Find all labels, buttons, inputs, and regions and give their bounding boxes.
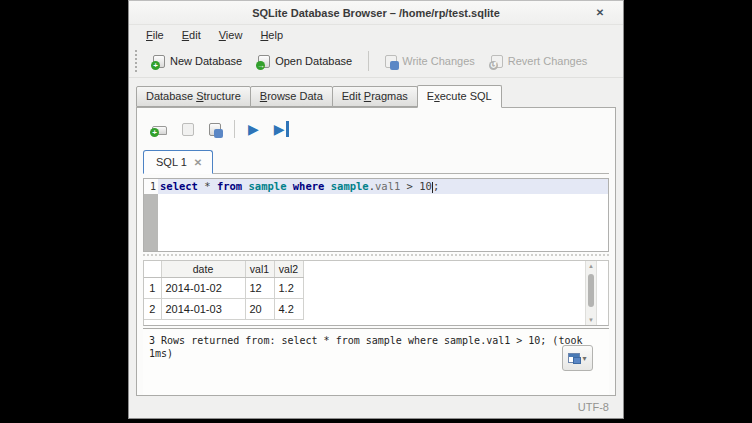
- main-tab-bar: Database Structure Browse Data Edit Prag…: [129, 78, 623, 107]
- sql-toolbar: + ▶ ▶: [143, 108, 609, 138]
- table-cell[interactable]: 2014-01-03: [161, 298, 245, 319]
- close-icon[interactable]: ✕: [593, 6, 607, 20]
- main-toolbar: + New Database → Open Database Write Cha…: [129, 45, 623, 78]
- code-token: ;: [433, 180, 439, 192]
- save-sql-file-icon[interactable]: [209, 123, 221, 136]
- save-view-icon: [568, 353, 580, 363]
- code-token: *: [198, 180, 217, 192]
- code-token: > 10: [400, 180, 432, 192]
- tab-browse-data[interactable]: Browse Data: [250, 86, 333, 107]
- table-row: 12014-01-02121.2: [144, 277, 303, 298]
- results-message-panel: 3 Rows returned from: select * from samp…: [143, 328, 609, 395]
- results-scrollbar[interactable]: ▲ ▼: [585, 261, 597, 325]
- code-token: from: [217, 180, 242, 192]
- column-header[interactable]: val2: [274, 261, 303, 277]
- code-token: select: [160, 180, 198, 192]
- execute-current-line-icon[interactable]: ▶: [274, 121, 289, 137]
- toolbar-separator: [368, 51, 369, 71]
- menu-view[interactable]: View: [210, 27, 252, 43]
- tab-database-structure[interactable]: Database Structure: [136, 86, 251, 107]
- write-changes-button: Write Changes: [377, 51, 483, 72]
- table-cell[interactable]: 1.2: [274, 277, 303, 298]
- chevron-down-icon: ▾: [582, 354, 586, 363]
- table-cell[interactable]: 20: [245, 298, 274, 319]
- sql-editor[interactable]: 1 select * from sample where sample.val1…: [143, 178, 609, 252]
- menu-file[interactable]: File: [137, 27, 173, 43]
- editor-text-area[interactable]: select * from sample where sample.val1 >…: [158, 179, 608, 251]
- code-line: select * from sample where sample.val1 >…: [158, 179, 608, 194]
- encoding-label: UTF-8: [578, 401, 609, 413]
- results-table: dateval1val2 12014-01-02121.222014-01-03…: [144, 261, 304, 320]
- save-results-dropdown-button[interactable]: ▾: [562, 345, 593, 371]
- scroll-down-icon[interactable]: ▼: [586, 317, 596, 323]
- scroll-up-icon[interactable]: ▲: [586, 263, 596, 269]
- scrollbar-thumb[interactable]: [588, 274, 594, 307]
- sql-tab-sql1[interactable]: SQL 1 ✕: [143, 150, 213, 174]
- title-bar: SQLite Database Browser – /home/rp/test.…: [129, 1, 623, 25]
- revert-changes-icon: ↺: [491, 55, 503, 68]
- code-token: sample: [249, 180, 287, 192]
- table-cell[interactable]: 4.2: [274, 298, 303, 319]
- table-cell[interactable]: 2014-01-02: [161, 277, 245, 298]
- tab-execute-sql[interactable]: Execute SQL: [417, 85, 502, 108]
- revert-changes-button: ↺ Revert Changes: [483, 51, 596, 72]
- new-database-button[interactable]: + New Database: [145, 51, 250, 72]
- results-header-row: dateval1val2: [144, 261, 303, 277]
- write-changes-icon: [385, 55, 397, 68]
- line-number: 1: [144, 179, 158, 194]
- tab-edit-pragmas[interactable]: Edit Pragmas: [332, 86, 418, 107]
- editor-gutter: 1: [144, 179, 158, 251]
- toolbar-grip[interactable]: [135, 50, 141, 72]
- new-database-icon: +: [153, 55, 165, 68]
- code-token: val1: [375, 180, 400, 192]
- menu-edit[interactable]: Edit: [173, 27, 210, 43]
- execute-sql-icon[interactable]: ▶: [248, 121, 259, 137]
- open-database-icon: →: [258, 55, 270, 68]
- corner-header: [144, 261, 161, 277]
- table-cell[interactable]: 12: [245, 277, 274, 298]
- open-sql-file-icon: [182, 123, 194, 136]
- menu-bar: File Edit View Help: [129, 25, 623, 45]
- column-header[interactable]: date: [161, 261, 245, 277]
- results-grid: dateval1val2 12014-01-02121.222014-01-03…: [143, 260, 609, 326]
- execute-sql-pane: + ▶ ▶ SQL 1 ✕ 1 select * from sample whe…: [136, 107, 616, 396]
- window-title: SQLite Database Browser – /home/rp/test.…: [252, 7, 500, 19]
- row-number: 2: [144, 298, 161, 319]
- new-sql-tab-icon[interactable]: +: [152, 126, 167, 135]
- table-row: 22014-01-03204.2: [144, 298, 303, 319]
- open-database-button[interactable]: → Open Database: [250, 51, 360, 72]
- query-status-message: 3 Rows returned from: select * from samp…: [149, 334, 604, 360]
- menu-help[interactable]: Help: [251, 27, 292, 43]
- sql-tab-close-icon[interactable]: ✕: [194, 157, 202, 168]
- app-window: SQLite Database Browser – /home/rp/test.…: [128, 0, 624, 419]
- row-number: 1: [144, 277, 161, 298]
- column-header[interactable]: val1: [245, 261, 274, 277]
- code-token: where: [293, 180, 325, 192]
- screen: SQLite Database Browser – /home/rp/test.…: [0, 0, 752, 423]
- code-token: sample: [331, 180, 369, 192]
- sql-tab-bar: SQL 1 ✕: [143, 138, 609, 174]
- sql-toolbar-separator: [234, 120, 235, 138]
- status-bar: UTF-8: [129, 396, 623, 418]
